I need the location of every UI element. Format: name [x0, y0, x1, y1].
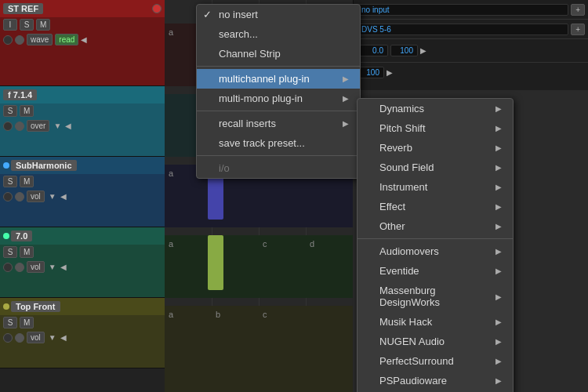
track-name-st-ref[interactable]: ST REF [3, 3, 43, 14]
dropdown-70[interactable]: ▼ [49, 263, 58, 271]
dropdown-topfront[interactable]: ▼ [49, 333, 58, 342]
menu-item-instrument[interactable]: Instrument ▶ [358, 177, 513, 197]
track-header-70: 7.0 [0, 227, 165, 245]
power-btn-topfront[interactable] [3, 333, 13, 343]
menu-item-multi-mono[interactable]: multi-mono plug-in ▶ [197, 89, 360, 108]
level-icon-70[interactable]: ◀ [60, 263, 70, 271]
vol-label-70: vol [27, 261, 45, 273]
power-btn-st-ref[interactable] [3, 35, 13, 45]
track-wave-row-f714: over ▼ ◀ [0, 118, 165, 133]
track-header-subharmonic: SubHarmonic [0, 157, 165, 174]
level-icon-topfront[interactable]: ◀ [60, 333, 70, 342]
arrow-multi-mono: ▶ [343, 94, 349, 103]
menu-item-massenburg[interactable]: Massenburg DesignWorks ▶ [358, 281, 513, 312]
btn-s-st-ref[interactable]: S [20, 19, 34, 31]
menu-item-nugen[interactable]: NUGEN Audio ▶ [358, 332, 513, 351]
menu-item-audiomovers[interactable]: Audiomovers ▶ [358, 241, 513, 261]
menu-sep-1 [197, 66, 360, 67]
btn-s-topfront[interactable]: S [3, 317, 17, 328]
track-name-subharmonic[interactable]: SubHarmonic [11, 160, 77, 171]
topfront-lane: a b c [165, 306, 353, 392]
btn-m-subharmonic[interactable]: M [20, 176, 34, 187]
btn-i-st-ref[interactable]: I [3, 19, 17, 31]
topfront-clip-b: b [216, 310, 220, 319]
track-name-70[interactable]: 7.0 [11, 230, 32, 241]
menu-item-save-preset[interactable]: save track preset... [197, 133, 360, 153]
track-header-st-ref: ST REF [0, 0, 165, 17]
track-wave-row-st-ref: wave read ◀ [0, 32, 165, 47]
dropdown-subharmonic[interactable]: ▼ [49, 192, 58, 201]
power-btn-70[interactable] [3, 263, 13, 272]
menu-item-other[interactable]: Other ▶ [358, 216, 513, 236]
power-btn-f714[interactable] [3, 122, 13, 131]
menu-item-pspaudioware[interactable]: PSPaudioware ▶ [358, 371, 513, 390]
btn-s-subharmonic[interactable]: S [3, 176, 17, 187]
clip-letter-a: a [169, 27, 173, 37]
btn-m-st-ref[interactable]: M [36, 19, 50, 31]
track-topfront: Top Front S M vol ▼ ◀ [0, 298, 165, 368]
track-vol-row-70: vol ▼ ◀ [0, 260, 165, 274]
auto-btn-subharmonic[interactable] [15, 192, 24, 201]
wave-label: wave [27, 34, 53, 45]
arrow-other: ▶ [495, 222, 502, 230]
track-subharmonic: SubHarmonic S M vol ▼ ◀ [0, 157, 165, 227]
menu-item-dynamics[interactable]: Dynamics ▶ [358, 99, 513, 118]
btn-s-70[interactable]: S [3, 246, 17, 258]
track-panel: ST REF I S M wave read ◀ f 7.1.4 S M [0, 0, 165, 392]
topbar-row-3: 0.0 100 ▶ [354, 39, 588, 63]
menu-item-search[interactable]: search... [197, 24, 360, 44]
arrow-right-display: ▶ [420, 46, 426, 55]
subharmonic-clip-a: a [169, 169, 173, 178]
track-header-topfront: Top Front [0, 298, 165, 315]
arrow-right-display-2: ▶ [387, 68, 393, 77]
menu-item-effect[interactable]: Effect ▶ [358, 197, 513, 216]
level-icon-subharmonic[interactable]: ◀ [60, 192, 70, 201]
menu-item-recall-inserts[interactable]: recall inserts ▶ [197, 114, 360, 133]
plus-btn-top[interactable]: + [571, 4, 585, 16]
btn-m-topfront[interactable]: M [20, 317, 34, 328]
btn-m-f714[interactable]: M [20, 105, 34, 117]
btn-s-f714[interactable]: S [3, 105, 17, 117]
level-icon-f714[interactable]: ◀ [65, 122, 74, 130]
track-color-subharmonic[interactable] [3, 162, 9, 169]
value2-display: 100 [390, 45, 418, 56]
menu-item-channel-strip[interactable]: Channel Strip [197, 44, 360, 64]
menu-item-eventide[interactable]: Eventide ▶ [358, 261, 513, 281]
topbar-row-1: no input + [354, 0, 588, 20]
auto-btn-st-ref[interactable] [15, 35, 24, 45]
menu-item-no-insert[interactable]: no insert [197, 5, 360, 24]
track-name-topfront[interactable]: Top Front [11, 301, 60, 312]
menu-item-multichannel[interactable]: multichannel plug-in ▶ [197, 69, 360, 89]
submenu-sep-1 [358, 238, 513, 239]
arrow-eventide: ▶ [495, 267, 502, 275]
track-color-70[interactable] [3, 233, 9, 239]
70-clip-a: a [169, 239, 173, 249]
arrow-instrument: ▶ [495, 183, 502, 191]
menu-item-musik-hack[interactable]: Musik Hack ▶ [358, 312, 513, 332]
70-clip-c: c [263, 239, 267, 249]
read-btn[interactable]: read [55, 34, 78, 45]
level-icon[interactable]: ◀ [81, 35, 90, 44]
auto-btn-topfront[interactable] [15, 333, 24, 343]
menu-item-io[interactable]: i/o [197, 158, 360, 178]
track-name-f714[interactable]: f 7.1.4 [3, 89, 37, 100]
btn-m-70[interactable]: M [20, 246, 34, 258]
auto-btn-70[interactable] [15, 263, 24, 272]
power-btn-subharmonic[interactable] [3, 192, 13, 201]
menu-item-reverb[interactable]: Reverb ▶ [358, 138, 513, 158]
auto-btn-f714[interactable] [15, 122, 24, 131]
track-color-topfront[interactable] [3, 303, 9, 310]
menu-item-sound-field[interactable]: Sound Field ▶ [358, 158, 513, 177]
menu-item-pitch-shift[interactable]: Pitch Shift ▶ [358, 118, 513, 138]
vol-label-subharmonic: vol [27, 191, 45, 202]
clip-block-70-1[interactable] [208, 235, 223, 290]
device-display: DVS 5-6 [357, 24, 568, 35]
arrow-reverb: ▶ [495, 143, 502, 152]
track-vol-row-subharmonic: vol ▼ ◀ [0, 189, 165, 204]
record-btn-st-ref[interactable] [152, 4, 162, 13]
dropdown-f714[interactable]: ▼ [53, 122, 63, 130]
arrow-nugen: ▶ [495, 337, 502, 346]
value3-display: 100 [357, 67, 384, 78]
plus-btn-2[interactable]: + [571, 24, 585, 35]
menu-item-perfect-surround[interactable]: PerfectSurround ▶ [358, 351, 513, 371]
